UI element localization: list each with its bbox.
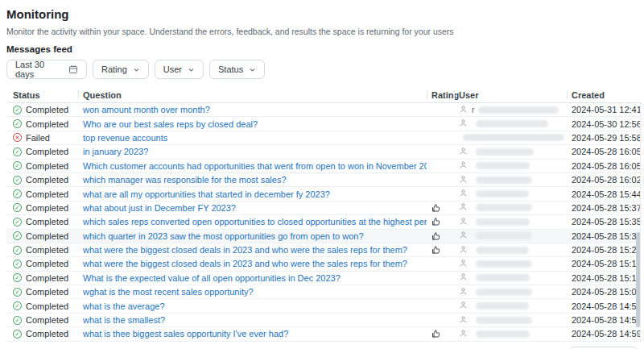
question-cell: wghat is the most recent sales opportuni… (78, 287, 427, 297)
user-icon (459, 259, 468, 269)
question-link[interactable]: what is thee biggest sales opportunity I… (83, 329, 288, 339)
status-label: Completed (26, 217, 68, 226)
question-link[interactable]: which manager was responsible for the mo… (83, 175, 287, 185)
user-icon (459, 315, 468, 326)
question-link[interactable]: What is the expected value of all open o… (83, 273, 341, 283)
created-timestamp: 2024-05-28 15:25:20 (567, 245, 640, 255)
status-cell: ✓ ✕ Completed (6, 189, 78, 199)
status-cell: ✓ ✕ Completed (6, 259, 78, 268)
user-name-redacted (478, 106, 559, 114)
created-timestamp: 2024-05-28 14:59:30 (567, 315, 640, 325)
status-cell: ✓ ✕ Completed (6, 273, 78, 283)
date-range-filter[interactable]: Last 30 days (6, 60, 87, 79)
user-cell (454, 259, 567, 269)
status-cell: ✓ ✕ Completed (6, 301, 78, 311)
thumbs-up-icon (431, 245, 454, 255)
check-circle-icon: ✓ (13, 260, 22, 268)
question-link[interactable]: what were the biggest closed deals in 20… (83, 245, 407, 255)
user-name-redacted (476, 302, 529, 310)
user-cell (454, 118, 567, 129)
user-cell (454, 272, 567, 283)
table-row: ✓ ✕ Completed what were the biggest clos… (6, 243, 640, 257)
status-label: Completed (26, 203, 68, 213)
check-circle-icon: ✓ (13, 316, 22, 325)
created-timestamp: 2024-05-28 16:05:35 (567, 147, 640, 156)
question-cell: which sales reps converted open opportun… (78, 217, 427, 226)
question-link[interactable]: wghat is the most recent sales opportuni… (83, 287, 254, 297)
user-cell (454, 245, 567, 256)
created-timestamp: 2024-05-28 15:00:36 (567, 287, 640, 297)
user-name-redacted (476, 274, 530, 281)
pagination: ‹ Previous Next › 50 / page (6, 347, 644, 349)
question-link[interactable]: in january 2023? (83, 147, 148, 156)
question-link[interactable]: Which customer accounts had opportunitie… (83, 161, 427, 171)
user-icon (459, 301, 468, 311)
question-link[interactable]: what about just in December FY 2023? (83, 203, 236, 213)
rating-filter[interactable]: Rating (93, 60, 149, 79)
table-body: ✓ ✕ Completed won amount month over mont… (6, 103, 641, 342)
question-cell: what is the average? (78, 301, 427, 311)
rating-cell (427, 231, 454, 241)
status-cell: ✓ ✕ Completed (6, 245, 78, 255)
question-link[interactable]: which sales reps converted open opportun… (83, 217, 427, 226)
user-cell (454, 134, 567, 141)
question-link[interactable]: what is the average? (83, 301, 165, 311)
question-link[interactable]: what are all my opportunities that start… (83, 189, 330, 199)
status-label: Completed (26, 315, 68, 325)
status-label: Completed (26, 175, 68, 185)
page-size-select[interactable]: 50 / page (569, 347, 638, 349)
created-timestamp: 2024-05-28 14:59:42 (567, 301, 640, 311)
question-cell: which manager was responsible for the mo… (78, 175, 427, 185)
question-link[interactable]: top revenue accounts (83, 133, 167, 143)
table-row: ✓ ✕ Completed What is the expected value… (6, 272, 640, 285)
created-timestamp: 2024-05-30 12:56:25 (567, 119, 640, 129)
user-cell (454, 202, 567, 213)
calendar-icon (68, 64, 78, 74)
status-cell: ✓ ✕ Completed (6, 217, 78, 226)
question-link[interactable]: won amount month over month? (83, 105, 210, 114)
status-cell: ✓ ✕ Completed (6, 231, 78, 241)
question-cell: what are all my opportunities that start… (78, 189, 427, 199)
status-cell: ✓ ✕ Completed (6, 315, 78, 325)
status-label: Completed (26, 161, 68, 171)
user-name-redacted (476, 289, 532, 296)
status-cell: ✓ ✕ Completed (6, 161, 78, 171)
check-circle-icon: ✓ (13, 119, 22, 128)
created-timestamp: 2024-05-28 14:59:02 (567, 329, 640, 339)
user-name-redacted (476, 162, 530, 169)
question-link[interactable]: what is the smallest? (83, 315, 165, 325)
status-filter[interactable]: Status (209, 60, 265, 79)
status-cell: ✓ ✕ Completed (6, 105, 78, 114)
table-row: ✓ ✕ Completed in january 2023? (6, 145, 640, 159)
status-cell: ✓ ✕ Completed (6, 329, 78, 339)
question-cell: What is the expected value of all open o… (78, 273, 427, 283)
user-filter-label: User (163, 64, 182, 74)
user-name-redacted (476, 218, 530, 226)
created-timestamp: 2024-05-28 15:11:16 (567, 273, 640, 283)
user-name-redacted (476, 260, 532, 268)
user-icon (459, 245, 468, 256)
check-circle-icon: ✓ (13, 330, 22, 339)
user-icon (459, 118, 468, 129)
question-link[interactable]: which quarter in 2023 saw the most oppor… (83, 231, 364, 241)
user-cell (454, 315, 567, 326)
created-timestamp: 2024-05-28 15:35:42 (567, 217, 640, 226)
status-label: Failed (26, 133, 50, 143)
status-filter-label: Status (218, 64, 243, 74)
question-cell: what were the biggest closed deals in 20… (78, 259, 427, 268)
question-link[interactable]: Who are our best sales reps by closed de… (83, 119, 258, 129)
check-circle-icon: ✓ (13, 161, 22, 170)
user-filter[interactable]: User (155, 60, 204, 79)
chevron-down-icon (188, 66, 195, 73)
thumbs-down-icon (431, 203, 454, 213)
rating-cell (427, 329, 454, 339)
table-row: ✓ ✕ Completed which manager was responsi… (6, 173, 640, 187)
table-row: ✓ ✕ Completed what is thee biggest sales… (6, 327, 640, 341)
table-row: ✓ ✕ Completed what were the biggest clos… (6, 257, 640, 271)
question-link[interactable]: what were the biggest closed deals in 20… (83, 259, 407, 268)
created-timestamp: 2024-05-28 15:37:09 (567, 203, 640, 213)
table-row: ✓ ✕ Completed what are all my opportunit… (6, 187, 640, 201)
created-timestamp: 2024-05-29 15:58:36 (567, 133, 640, 143)
table-row: ✓ ✕ Completed won amount month over mont… (6, 103, 640, 117)
vertical-scrollbar-thumb[interactable] (636, 232, 640, 327)
